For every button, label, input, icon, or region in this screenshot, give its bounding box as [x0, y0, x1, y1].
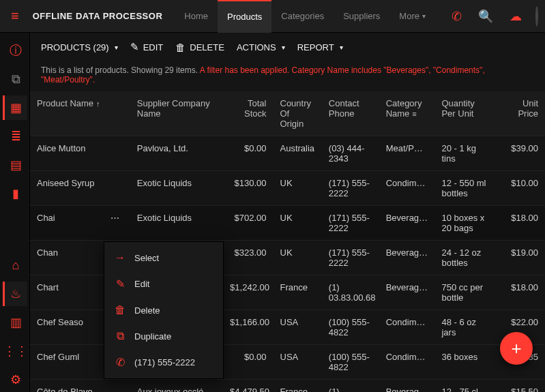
- table-row[interactable]: Aniseed SyrupExotic Liquids$130.00UK(171…: [30, 171, 545, 206]
- trash-icon: 🗑: [175, 42, 186, 53]
- context-edit[interactable]: ✎Edit: [104, 271, 223, 297]
- cell-country: UK: [274, 241, 322, 275]
- cell-category: Condim…: [379, 310, 435, 345]
- cell-country: Australia: [274, 136, 322, 171]
- actions-label: ACTIONS: [237, 42, 276, 52]
- cell-phone: (100) 555-4822: [322, 345, 379, 380]
- row-context-menu: →Select ✎Edit 🗑Delete ⧉Duplicate ✆(171) …: [104, 241, 224, 379]
- sidebar: ⓘ ⧉ ▦ ≣ ▤ ▮ ⌂ ♨ ▥ ⋮⋮ ⚙: [0, 33, 30, 392]
- avatar[interactable]: [535, 6, 538, 27]
- nav-products[interactable]: Products: [218, 0, 271, 33]
- cell-qty: 750 cc per bottle: [434, 275, 493, 310]
- top-bar: ≡ OFFLINE DATA PROCESSOR Home Products C…: [0, 0, 545, 33]
- cell-phone: (100) 555-4822: [322, 310, 379, 345]
- cell-stock: $702.00: [223, 206, 273, 241]
- cell-price: $18.00: [493, 206, 545, 241]
- col-contact-phone[interactable]: Contact Phone: [322, 91, 379, 136]
- context-label: Edit: [134, 279, 149, 289]
- cell-supplier: Pavlova, Ltd.: [130, 136, 223, 171]
- add-fab-button[interactable]: +: [500, 332, 533, 365]
- cell-country: UK: [274, 206, 322, 241]
- sidebar-gear-icon[interactable]: ⚙: [3, 367, 27, 392]
- sidebar-apps-icon[interactable]: ⋮⋮: [3, 339, 27, 363]
- cell-stock: $4,479.50: [223, 380, 273, 393]
- arrow-right-icon: →: [114, 252, 126, 264]
- sidebar-list-icon[interactable]: ≣: [3, 124, 27, 149]
- context-label: Select: [134, 253, 159, 263]
- cell-stock: $0.00: [223, 345, 273, 380]
- cell-price: $39.00: [493, 136, 545, 171]
- table-row[interactable]: Alice MuttonPavlova, Ltd.$0.00Australia(…: [30, 136, 545, 171]
- context-label: Delete: [134, 305, 160, 316]
- col-unit-price[interactable]: Unit Price: [493, 91, 545, 136]
- row-menu-icon[interactable]: ⋯: [111, 213, 123, 223]
- column-header-row: Product Name↑ Supplier Company Name Tota…: [30, 91, 545, 136]
- notice-lead: This is a list of products. Showing 29 i…: [41, 65, 200, 75]
- sidebar-fire-icon[interactable]: ♨: [3, 282, 27, 306]
- col-category-name[interactable]: Category Name≡: [379, 91, 435, 136]
- cell-country: USA: [274, 345, 322, 380]
- phone-icon: ✆: [114, 356, 126, 369]
- table-row[interactable]: Chai⋯Exotic Liquids$702.00UK(171) 555-22…: [30, 206, 545, 241]
- context-select[interactable]: →Select: [104, 245, 223, 271]
- cell-supplier: Exotic Liquids: [130, 206, 223, 241]
- pencil-icon: ✎: [130, 41, 139, 53]
- delete-button[interactable]: 🗑DELETE: [175, 42, 224, 53]
- search-icon[interactable]: 🔍: [473, 5, 499, 28]
- cell-qty: 12 - 75 cl bottles: [434, 380, 493, 393]
- actions-dropdown-button[interactable]: ACTIONS▾: [237, 42, 285, 52]
- sidebar-home-icon[interactable]: ⌂: [3, 253, 27, 277]
- cell-phone: (171) 555-2222: [322, 241, 379, 275]
- cell-country: USA: [274, 310, 322, 345]
- menu-icon[interactable]: ≡: [7, 5, 23, 27]
- col-product-name[interactable]: Product Name↑: [30, 91, 130, 136]
- sidebar-info-icon[interactable]: ⓘ: [3, 38, 27, 63]
- table-row[interactable]: Côte de BlayeAux joyeux ecclésiastiques$…: [30, 380, 545, 393]
- sidebar-archive-icon[interactable]: ▥: [3, 310, 27, 335]
- cell-qty: 48 - 6 oz jars: [434, 310, 493, 345]
- cell-price: $10.00: [493, 171, 545, 206]
- cell-stock: $0.00: [223, 136, 273, 171]
- cell-category: Meat/P…: [379, 136, 435, 171]
- nav-home[interactable]: Home: [175, 0, 218, 33]
- cell-category: Beverag…: [379, 275, 435, 310]
- col-supplier[interactable]: Supplier Company Name: [130, 91, 223, 136]
- sidebar-grid-icon[interactable]: ▦: [3, 95, 27, 120]
- edit-label: EDIT: [143, 42, 164, 52]
- cell-qty: 20 - 1 kg tins: [434, 136, 493, 171]
- col-qty-per-unit[interactable]: Quantity Per Unit: [434, 91, 493, 136]
- context-duplicate[interactable]: ⧉Duplicate: [104, 323, 223, 349]
- cell-country: France: [274, 275, 322, 310]
- col-country[interactable]: Country Of Origin: [274, 91, 322, 136]
- nav-suppliers[interactable]: Suppliers: [334, 0, 389, 33]
- products-dropdown-button[interactable]: PRODUCTS (29)▾: [41, 42, 118, 52]
- context-delete[interactable]: 🗑Delete: [104, 297, 223, 323]
- app-title: OFFLINE DATA PROCESSOR: [33, 11, 163, 21]
- cell-qty: 36 boxes: [434, 345, 493, 380]
- cell-product-name: Côte de Blaye: [30, 380, 130, 393]
- report-dropdown-button[interactable]: REPORT▾: [297, 42, 343, 52]
- main-content: PRODUCTS (29)▾ ✎EDIT 🗑DELETE ACTIONS▾ RE…: [30, 33, 545, 392]
- nav-more[interactable]: More▾: [389, 0, 435, 33]
- context-label: Duplicate: [134, 331, 171, 342]
- cell-product-name: Aniseed Syrup: [30, 171, 130, 206]
- cell-stock: $130.00: [223, 171, 273, 206]
- sort-asc-icon: ↑: [96, 100, 100, 108]
- chevron-down-icon: ▾: [115, 44, 118, 51]
- sidebar-columns-icon[interactable]: ▤: [3, 153, 27, 177]
- cell-category: Condim…: [379, 171, 435, 206]
- toolbar: PRODUCTS (29)▾ ✎EDIT 🗑DELETE ACTIONS▾ RE…: [30, 33, 545, 61]
- sidebar-copy-icon[interactable]: ⧉: [3, 67, 27, 91]
- cell-price: $19.00: [493, 241, 545, 275]
- cloud-check-icon[interactable]: ☁: [504, 5, 527, 28]
- context-phone[interactable]: ✆(171) 555-2222: [104, 349, 223, 376]
- cell-country: France: [274, 380, 322, 393]
- nav-categories[interactable]: Categories: [271, 0, 334, 33]
- col-label: Product Name: [37, 98, 93, 108]
- edit-button[interactable]: ✎EDIT: [130, 41, 164, 53]
- sidebar-chart-icon[interactable]: ▮: [3, 181, 27, 206]
- col-total-stock[interactable]: Total Stock: [223, 91, 273, 136]
- cell-qty: 12 - 550 ml bottles: [434, 171, 493, 206]
- phone-icon[interactable]: ✆: [446, 5, 467, 28]
- cell-product-name: Alice Mutton: [30, 136, 130, 171]
